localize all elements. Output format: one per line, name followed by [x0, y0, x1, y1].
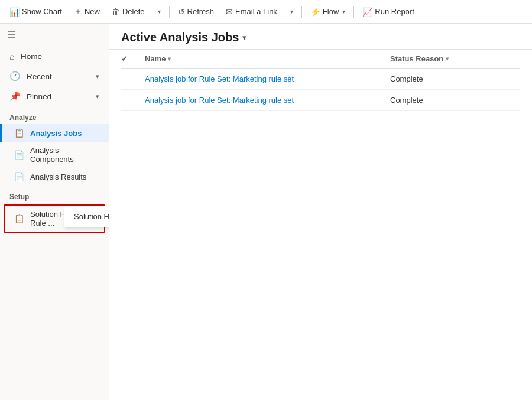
- chevron-down-icon-3: ▾: [342, 8, 345, 15]
- hamburger-icon: ☰: [7, 30, 15, 41]
- chevron-down-icon-pinned: ▾: [96, 93, 99, 100]
- analysis-results-icon: 📄: [14, 172, 24, 181]
- chevron-down-icon-recent: ▾: [96, 73, 99, 80]
- row-status-1: Complete: [390, 74, 520, 83]
- hamburger-menu[interactable]: ☰: [0, 24, 109, 47]
- report-icon: 📈: [362, 7, 372, 17]
- title-chevron-icon[interactable]: ▾: [242, 33, 246, 42]
- col-checkbox: ✓: [121, 54, 145, 63]
- run-report-button[interactable]: 📈 Run Report: [358, 5, 419, 19]
- sidebar: ☰ ⌂ Home 🕐 Recent ▾ 📌 Pinned ▾ Analyze 📋…: [0, 24, 109, 400]
- toolbar: 📊 Show Chart ＋ New 🗑 Delete ▾ ↺ Refresh …: [0, 0, 532, 24]
- row-status-2: Complete: [390, 96, 520, 105]
- solution-health-icon: 📋: [14, 214, 24, 223]
- email-link-button[interactable]: ✉ Email a Link: [221, 5, 282, 19]
- solution-health-dropdown: Solution Health Rule Sets: [64, 206, 109, 227]
- solution-health-section: 📋 Solution Health Rule ... Solution Heal…: [4, 204, 105, 233]
- solution-health-rule-sets-item[interactable]: Solution Health Rule Sets: [64, 209, 109, 225]
- analysis-components-icon: 📄: [14, 150, 24, 160]
- sidebar-item-solution-health[interactable]: 📋 Solution Health Rule ... Solution Heal…: [5, 206, 104, 232]
- chevron-down-icon-1: ▾: [158, 8, 161, 15]
- sidebar-item-analysis-jobs[interactable]: 📋 Analysis Jobs: [0, 124, 109, 142]
- delete-icon: 🗑: [112, 7, 120, 17]
- table-area: ✓ Name ▾ Status Reason ▾ Analysis job fo…: [109, 50, 532, 400]
- status-sort-icon: ▾: [446, 56, 449, 62]
- content-header: Active Analysis Jobs ▾: [109, 24, 532, 50]
- main-layout: ☰ ⌂ Home 🕐 Recent ▾ 📌 Pinned ▾ Analyze 📋…: [0, 24, 532, 400]
- sidebar-item-analysis-results[interactable]: 📄 Analysis Results: [0, 168, 109, 186]
- setup-section-header: Setup: [0, 186, 109, 203]
- refresh-icon: ↺: [178, 7, 185, 17]
- chevron-down-icon-2: ▾: [290, 8, 293, 15]
- separator-1: [169, 6, 170, 18]
- content-area: Active Analysis Jobs ▾ ✓ Name ▾ Status R…: [109, 24, 532, 400]
- table-row: Analysis job for Rule Set: Marketing rul…: [121, 90, 520, 111]
- separator-2: [301, 6, 302, 18]
- table-row: Analysis job for Rule Set: Marketing rul…: [121, 69, 520, 90]
- recent-icon: 🕐: [9, 71, 21, 82]
- show-chart-button[interactable]: 📊 Show Chart: [5, 5, 67, 19]
- flow-icon: ⚡: [310, 7, 320, 17]
- new-button[interactable]: ＋ New: [69, 4, 105, 19]
- delete-button[interactable]: 🗑 Delete: [107, 5, 150, 19]
- sidebar-item-recent[interactable]: 🕐 Recent ▾: [0, 66, 109, 86]
- home-icon: ⌂: [9, 51, 15, 61]
- analysis-jobs-icon: 📋: [14, 128, 24, 138]
- sidebar-item-pinned[interactable]: 📌 Pinned ▾: [0, 86, 109, 106]
- email-icon: ✉: [226, 7, 233, 17]
- analyze-section-header: Analyze: [0, 106, 109, 124]
- pinned-icon: 📌: [9, 91, 21, 102]
- row-name-2[interactable]: Analysis job for Rule Set: Marketing rul…: [145, 96, 390, 105]
- sidebar-item-analysis-components[interactable]: 📄 Analysis Components: [0, 142, 109, 168]
- name-sort-icon: ▾: [168, 56, 171, 62]
- separator-3: [353, 6, 354, 18]
- chart-icon: 📊: [9, 7, 20, 17]
- refresh-button[interactable]: ↺ Refresh: [173, 5, 219, 19]
- col-status-header[interactable]: Status Reason ▾: [390, 54, 520, 63]
- new-icon: ＋: [74, 6, 82, 17]
- row-name-1[interactable]: Analysis job for Rule Set: Marketing rul…: [145, 74, 390, 83]
- sidebar-item-home[interactable]: ⌂ Home: [0, 47, 109, 66]
- email-more-button[interactable]: ▾: [284, 6, 298, 17]
- col-name-header[interactable]: Name ▾: [145, 54, 390, 63]
- flow-button[interactable]: ⚡ Flow ▾: [306, 5, 350, 19]
- table-header: ✓ Name ▾ Status Reason ▾: [121, 50, 520, 69]
- page-title: Active Analysis Jobs: [121, 31, 239, 44]
- more-button-1[interactable]: ▾: [152, 6, 166, 17]
